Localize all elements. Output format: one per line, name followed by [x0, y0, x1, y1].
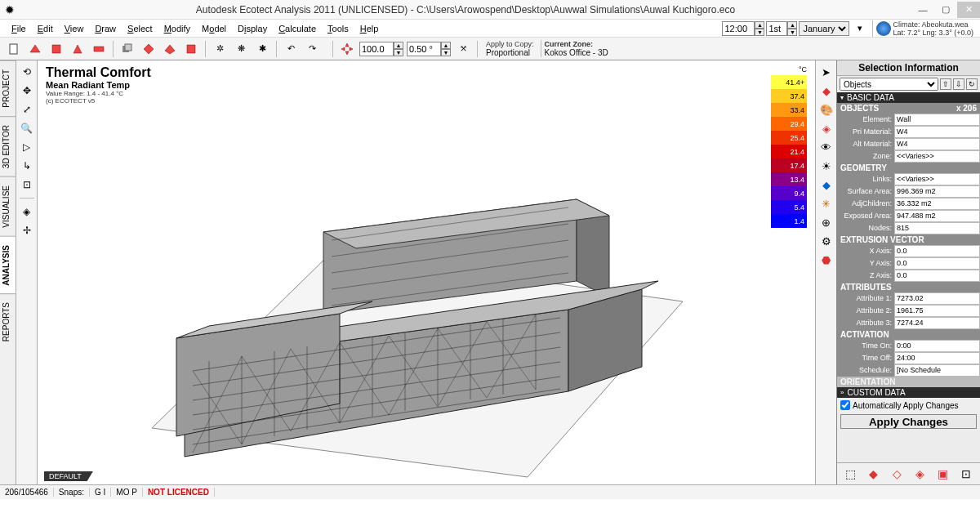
nav-up[interactable]: ⇧	[940, 78, 951, 90]
red-tool-5[interactable]	[140, 40, 158, 58]
red-diamond-icon[interactable]: ◈	[818, 120, 835, 136]
tab-visualise[interactable]: VISUALISE	[0, 176, 16, 236]
minimize-button[interactable]: —	[911, 2, 934, 18]
day-input[interactable]	[766, 21, 787, 36]
maximize-button[interactable]: ▢	[934, 2, 957, 18]
schedule[interactable]: [No Schedule	[894, 364, 980, 377]
snaps-label[interactable]: Snaps:	[54, 488, 90, 497]
time-field[interactable]: ▲▼	[722, 21, 764, 36]
layers-icon[interactable]	[118, 40, 136, 58]
sun-icon[interactable]: ☀	[818, 158, 835, 174]
palette-icon[interactable]: 🎨	[818, 101, 835, 118]
time-input[interactable]	[722, 21, 755, 36]
alt-material[interactable]: W4	[894, 138, 980, 150]
axis-icon[interactable]: ⤧	[454, 40, 472, 58]
move-tool-icon[interactable]	[338, 40, 356, 58]
red-tool-7[interactable]	[182, 40, 200, 58]
cursor-icon[interactable]: ▷	[19, 139, 35, 155]
tool-f-icon[interactable]: ⊡	[958, 466, 974, 482]
red-tool-2[interactable]	[47, 40, 65, 58]
current-zone-info[interactable]: Current Zone: Kokos Office - 3D	[541, 40, 608, 57]
pan-icon[interactable]: ✥	[19, 83, 35, 99]
settings-icon[interactable]: ⚙	[818, 233, 835, 249]
red-tool-4[interactable]	[90, 40, 108, 58]
menu-file[interactable]: File	[7, 22, 31, 35]
object-type-select[interactable]: Objects	[840, 78, 938, 91]
attr1[interactable]: 7273.02	[894, 292, 980, 305]
surface-area[interactable]: 996.369 m2	[894, 185, 980, 198]
auto-apply-checkbox[interactable]: Automatically Apply Changes	[837, 398, 980, 413]
menu-help[interactable]: Help	[355, 22, 384, 35]
gear3-icon[interactable]: ✱	[253, 40, 271, 58]
target-icon[interactable]: ⊕	[818, 214, 835, 230]
red-tool-1[interactable]	[26, 40, 44, 58]
adj-children[interactable]: 36.332 m2	[894, 198, 980, 210]
tool-d-icon[interactable]: ◈	[912, 466, 929, 482]
menu-calculate[interactable]: Calculate	[274, 22, 321, 35]
tool-c-icon[interactable]: ◇	[889, 466, 905, 482]
zoom-icon[interactable]: 🔍	[19, 120, 35, 136]
3d-canvas[interactable]: Thermal Comfort Mean Radiant Temp Value …	[38, 60, 815, 484]
time-off[interactable]: 24:00	[894, 352, 980, 364]
apply-copy-info[interactable]: Apply to Copy: Proportional	[486, 40, 534, 57]
attr3[interactable]: 7274.24	[894, 317, 980, 329]
close-button[interactable]: ✕	[957, 2, 980, 18]
z-axis[interactable]: 0.0	[894, 270, 980, 282]
menu-edit[interactable]: Edit	[33, 22, 58, 35]
move-all-icon[interactable]: ✢	[19, 222, 35, 239]
tag-icon[interactable]: ⬣	[818, 252, 835, 268]
cube-icon[interactable]: ◈	[19, 203, 35, 220]
spark-icon[interactable]: ✳	[818, 195, 835, 212]
day-field[interactable]: ▲▼	[766, 21, 797, 36]
menu-view[interactable]: View	[60, 22, 89, 35]
angle-field[interactable]: ▲▼	[407, 42, 451, 56]
red-tool-3[interactable]	[69, 40, 87, 58]
apply-changes-button[interactable]: Apply Changes	[840, 414, 977, 429]
red-cube-icon[interactable]: ◆	[818, 83, 835, 99]
links[interactable]: <<Varies>>	[894, 173, 980, 185]
gear2-icon[interactable]: ❋	[232, 40, 250, 58]
month-select[interactable]: January	[799, 21, 849, 36]
pri-material[interactable]: W4	[894, 126, 980, 138]
time-down[interactable]: ▼	[755, 29, 764, 36]
menu-draw[interactable]: Draw	[90, 22, 121, 35]
tab-3d-editor[interactable]: 3D EDITOR	[0, 116, 16, 176]
tab-project[interactable]: PROJECT	[0, 60, 16, 116]
menu-modify[interactable]: Modify	[159, 22, 195, 35]
gear-icon[interactable]: ✲	[211, 40, 229, 58]
undo-icon[interactable]: ↶	[282, 40, 300, 58]
time-up[interactable]: ▲	[755, 21, 764, 29]
tool-e-icon[interactable]: ▣	[935, 466, 951, 482]
zone-value[interactable]: <<Varies>>	[894, 150, 980, 163]
x-axis[interactable]: 0.0	[894, 245, 980, 257]
menu-select[interactable]: Select	[122, 22, 158, 35]
axis-tool-icon[interactable]: ↳	[19, 158, 35, 174]
menu-model[interactable]: Model	[197, 22, 231, 35]
pointer-icon[interactable]: ➤	[818, 64, 835, 80]
tool-b-icon[interactable]: ◆	[866, 466, 882, 482]
fit-icon[interactable]: ⊡	[19, 176, 35, 193]
basic-data-header[interactable]: ▾BASIC DATA	[837, 92, 980, 103]
orbit-icon[interactable]: ⟲	[19, 64, 35, 80]
y-axis[interactable]: 0.0	[894, 257, 980, 270]
redo-icon[interactable]: ↷	[303, 40, 321, 58]
default-tag[interactable]: DEFAULT	[44, 471, 93, 481]
tab-analysis[interactable]: ANALYSIS	[0, 236, 16, 294]
mop-toggle[interactable]: MO P	[111, 488, 143, 497]
new-file-icon[interactable]	[5, 40, 23, 58]
distance-field[interactable]: ▲▼	[359, 42, 403, 56]
gi-toggle[interactable]: G I	[90, 488, 111, 497]
distance-input[interactable]	[359, 42, 394, 56]
menu-display[interactable]: Display	[233, 22, 272, 35]
custom-data-header[interactable]: »CUSTOM DATA	[837, 387, 980, 398]
angle-input[interactable]	[407, 42, 441, 56]
blue-diamond-icon[interactable]: ◆	[818, 176, 835, 193]
zoom-fit-icon[interactable]: ⤢	[19, 101, 35, 118]
nodes[interactable]: 815	[894, 222, 980, 234]
calendar-dropdown[interactable]: ▾	[851, 20, 869, 38]
red-tool-6[interactable]	[161, 40, 179, 58]
exposed-area[interactable]: 947.488 m2	[894, 210, 980, 222]
element-value[interactable]: Wall	[894, 114, 980, 126]
menu-tools[interactable]: Tools	[323, 22, 354, 35]
tool-a-icon[interactable]: ⬚	[843, 466, 859, 482]
